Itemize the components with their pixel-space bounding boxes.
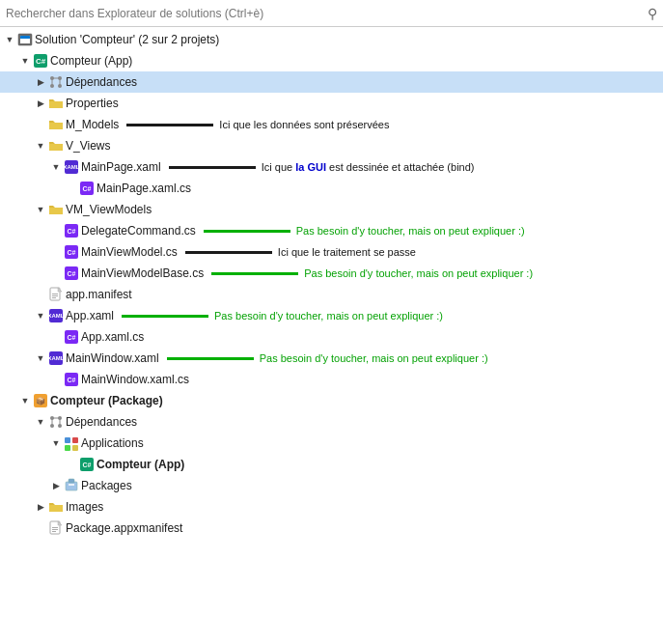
expander-dependances-pkg[interactable] xyxy=(33,414,48,430)
label-app-xaml-cs: App.xaml.cs xyxy=(81,330,144,344)
svg-rect-36 xyxy=(52,531,56,532)
expander-applications[interactable] xyxy=(48,435,64,451)
svg-rect-16 xyxy=(52,295,58,296)
annotation-bar-green xyxy=(167,357,254,360)
svg-rect-10 xyxy=(49,101,63,108)
label-app-manifest: app.manifest xyxy=(66,288,132,301)
expander-compteur-app[interactable] xyxy=(17,53,33,69)
icon-folder xyxy=(48,202,64,217)
tree-item-vm_viewmodels[interactable]: VM_ViewModels xyxy=(0,199,663,220)
tree-item-mainpage-xaml-cs[interactable]: C#MainPage.xaml.cs xyxy=(0,178,663,199)
svg-rect-25 xyxy=(65,437,70,443)
icon-cs: C# xyxy=(64,329,79,345)
svg-rect-34 xyxy=(52,527,58,528)
tree-item-mainviewmodel[interactable]: C#MainViewModel.csIci que le traitement … xyxy=(0,241,663,263)
annotation-text: Pas besoin d'y toucher, mais on peut exp… xyxy=(214,310,443,322)
tree-item-solution[interactable]: Solution 'Compteur' (2 sur 2 projets) xyxy=(0,29,663,50)
tree-item-compteur-app[interactable]: C#Compteur (App) xyxy=(0,50,663,71)
expander-packages[interactable] xyxy=(48,478,64,493)
icon-xaml: XAML xyxy=(48,308,64,323)
tree-item-app-xaml-cs[interactable]: C#App.xaml.cs xyxy=(0,326,663,348)
icon-manifest xyxy=(48,520,64,536)
label-mainwindow-xaml-cs: MainWindow.xaml.cs xyxy=(81,373,189,386)
expander-properties[interactable] xyxy=(33,96,48,111)
tree-item-images[interactable]: Images xyxy=(0,496,663,518)
expander-mainpage-xaml[interactable] xyxy=(48,159,64,175)
label-delegatecommand: DelegateCommand.cs xyxy=(81,224,196,238)
svg-rect-27 xyxy=(65,445,70,451)
label-images: Images xyxy=(66,500,103,514)
label-m_models: M_Models xyxy=(66,118,119,131)
icon-pkgs xyxy=(64,478,79,493)
tree-item-compteur-app-ref[interactable]: C#Compteur (App) xyxy=(0,454,663,475)
label-v_views: V_Views xyxy=(66,139,110,153)
icon-project: C# xyxy=(33,53,48,69)
search-input[interactable] xyxy=(6,7,644,20)
tree-item-mainwindow-xaml-cs[interactable]: C#MainWindow.xaml.cs xyxy=(0,369,663,390)
tree-item-dependances-app[interactable]: Dépendances xyxy=(0,71,663,93)
expander-vm_viewmodels[interactable] xyxy=(33,202,48,217)
icon-xaml: XAML xyxy=(64,159,79,175)
tree-item-dependances-pkg[interactable]: Dépendances xyxy=(0,411,663,433)
expander-images[interactable] xyxy=(33,499,48,515)
expander-app-xaml[interactable] xyxy=(33,308,48,323)
expander-dependances-app[interactable] xyxy=(33,74,48,90)
tree-item-m_models[interactable]: M_ModelsIci que les données sont préserv… xyxy=(0,114,663,135)
icon-folder xyxy=(48,117,64,132)
icon-xaml: XAML xyxy=(48,350,64,366)
label-compteur-package: Compteur (Package) xyxy=(50,394,163,407)
label-compteur-app-ref: Compteur (App) xyxy=(97,458,184,471)
label-compteur-app: Compteur (App) xyxy=(50,54,132,68)
expander-solution[interactable] xyxy=(2,32,17,47)
annotation-delegatecommand: Pas besoin d'y toucher, mais on peut exp… xyxy=(204,225,659,237)
annotation-bar-green xyxy=(211,272,298,275)
tree-item-mainviewmodelbase[interactable]: C#MainViewModelBase.csPas besoin d'y tou… xyxy=(0,263,663,284)
annotation-bar-black xyxy=(169,166,256,169)
label-mainviewmodelbase: MainViewModelBase.cs xyxy=(81,266,204,280)
svg-rect-12 xyxy=(49,144,63,151)
annotation-bar-black xyxy=(126,124,213,126)
svg-rect-29 xyxy=(66,482,77,490)
annotation-m_models: Ici que les données sont préservées xyxy=(126,119,659,130)
annotation-mainwindow-xaml: Pas besoin d'y toucher, mais on peut exp… xyxy=(167,352,659,364)
tree-item-package-appxmanifest[interactable]: Package.appxmanifest xyxy=(0,518,663,539)
annotation-bar-green xyxy=(204,230,290,233)
icon-package-project: 📦 xyxy=(33,393,48,408)
search-bar: ⚲ xyxy=(0,0,663,27)
tree-item-v_views[interactable]: V_Views xyxy=(0,135,663,156)
icon-cs: C# xyxy=(64,223,79,238)
solution-explorer: Solution 'Compteur' (2 sur 2 projets)C#C… xyxy=(0,27,663,644)
tree-item-mainwindow-xaml[interactable]: XAMLMainWindow.xamlPas besoin d'y touche… xyxy=(0,348,663,369)
annotation-text: Ici que les données sont préservées xyxy=(219,119,389,130)
expander-mainwindow-xaml[interactable] xyxy=(33,350,48,366)
tree-item-packages[interactable]: Packages xyxy=(0,475,663,496)
icon-deps xyxy=(48,74,64,90)
icon-folder xyxy=(48,96,64,111)
tree-item-compteur-package[interactable]: 📦Compteur (Package) xyxy=(0,390,663,411)
tree-item-mainpage-xaml[interactable]: XAMLMainPage.xamlIci que la GUI est dess… xyxy=(0,156,663,178)
label-mainviewmodel: MainViewModel.cs xyxy=(81,245,178,259)
annotation-bar-black xyxy=(185,251,272,254)
svg-rect-32 xyxy=(49,505,63,512)
label-properties: Properties xyxy=(66,97,119,110)
label-solution: Solution 'Compteur' (2 sur 2 projets) xyxy=(35,33,219,46)
tree-item-app-xaml[interactable]: XAMLApp.xamlPas besoin d'y toucher, mais… xyxy=(0,305,663,326)
svg-rect-26 xyxy=(72,437,78,443)
annotation-text: Ici que le traitement se passe xyxy=(278,246,416,258)
search-button[interactable]: ⚲ xyxy=(648,6,657,21)
label-mainwindow-xaml: MainWindow.xaml xyxy=(66,351,159,365)
tree-item-applications[interactable]: Applications xyxy=(0,433,663,454)
svg-rect-15 xyxy=(52,294,58,294)
icon-cs: C# xyxy=(64,266,79,281)
icon-folder xyxy=(48,138,64,154)
svg-rect-35 xyxy=(52,529,58,530)
label-packages: Packages xyxy=(81,479,132,492)
tree-item-delegatecommand[interactable]: C#DelegateCommand.csPas besoin d'y touch… xyxy=(0,220,663,241)
expander-compteur-package[interactable] xyxy=(17,393,33,408)
icon-apps xyxy=(64,435,79,451)
label-mainpage-xaml-cs: MainPage.xaml.cs xyxy=(97,182,191,195)
expander-v_views[interactable] xyxy=(33,138,48,154)
tree-item-app-manifest[interactable]: app.manifest xyxy=(0,284,663,305)
tree-item-properties[interactable]: Properties xyxy=(0,93,663,114)
icon-app-ref: C# xyxy=(79,457,95,472)
